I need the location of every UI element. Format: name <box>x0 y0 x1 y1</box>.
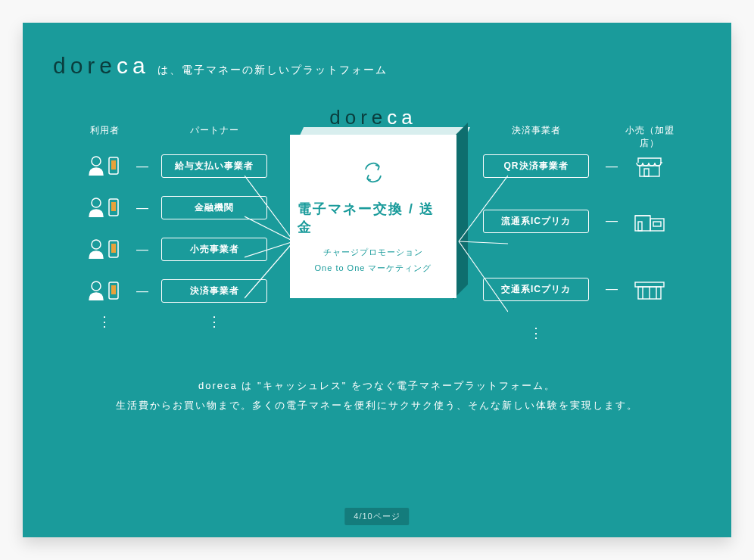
users-column-label: 利用者 <box>90 124 120 136</box>
partner-box: 決済事業者 <box>161 279 267 303</box>
connector-dashes-left: — — — — <box>131 124 154 312</box>
ellipsis-icon: ⋮ <box>529 328 543 338</box>
logo-text-dore: dore <box>329 106 387 129</box>
svg-rect-20 <box>644 169 649 176</box>
user-phone-icon <box>86 151 123 182</box>
footer-line-1: doreca は "キャッシュレス" をつなぐ電子マネープラットフォーム。 <box>53 376 701 396</box>
page-indicator: 4/10ページ <box>344 508 409 525</box>
footer-description: doreca は "キャッシュレス" をつなぐ電子マネープラットフォーム。 生活… <box>53 376 701 415</box>
providers-column-label: 決済事業者 <box>512 124 561 136</box>
user-phone-icon <box>86 235 123 265</box>
column-partners: パートナー 給与支払い事業者 金融機関 小売事業者 決済事業者 ⋮ <box>154 124 275 327</box>
svg-rect-11 <box>111 285 116 294</box>
dash-icon: — <box>136 201 148 215</box>
column-retail: 小売（加盟店） <box>623 124 676 323</box>
center-brand-logo: doreca <box>329 106 417 129</box>
svg-rect-21 <box>635 216 650 231</box>
partner-box: 小売事業者 <box>161 238 267 261</box>
user-phone-icon <box>86 193 123 223</box>
ellipsis-icon: ⋮ <box>207 316 221 327</box>
ellipsis-icon: ⋮ <box>98 316 111 327</box>
logo-text-ca: ca <box>117 53 150 78</box>
header-tagline: は、電子マネーの新しいプラットフォーム <box>157 64 388 77</box>
svg-rect-22 <box>650 219 664 231</box>
partners-column-label: パートナー <box>190 124 239 136</box>
cube-front-face: 電子マネー交換 / 送金 チャージプロモーション One to One マーケテ… <box>290 135 456 298</box>
footer-line-2: 生活費からお買い物まで。多くの電子マネーを便利にサクサク使う、そんな新しい体験を… <box>53 396 701 415</box>
svg-point-6 <box>92 240 101 249</box>
header: doreca は、電子マネーの新しいプラットフォーム <box>53 53 701 79</box>
svg-rect-5 <box>111 202 116 211</box>
diagram: 利用者 <box>53 124 701 338</box>
exchange-arrows-icon <box>360 159 387 189</box>
provider-box: 流通系ICプリカ <box>483 210 589 233</box>
svg-rect-25 <box>653 222 661 226</box>
center-cube: doreca 電子マネー交 <box>282 124 464 298</box>
brand-logo: doreca <box>53 53 150 79</box>
center-subtitle-1: チャージプロモーション <box>323 247 423 258</box>
retail-column-label: 小売（加盟店） <box>623 124 676 136</box>
svg-point-9 <box>92 282 101 291</box>
svg-point-0 <box>92 157 101 166</box>
svg-rect-26 <box>635 282 664 287</box>
slide: doreca は、電子マネーの新しいプラットフォーム 利用者 <box>23 23 731 537</box>
svg-point-3 <box>92 198 101 207</box>
dash-icon: — <box>606 214 618 228</box>
provider-box: QR決済事業者 <box>483 154 589 178</box>
svg-rect-19 <box>640 166 659 176</box>
dash-icon: — <box>606 282 618 296</box>
partner-box: 給与支払い事業者 <box>161 154 267 178</box>
store-icon <box>631 206 668 236</box>
dash-icon: — <box>136 243 148 257</box>
cube: 電子マネー交換 / 送金 チャージプロモーション One to One マーケテ… <box>290 124 456 298</box>
partner-box: 金融機関 <box>161 196 267 219</box>
connector-dashes-right: — — — <box>600 124 623 323</box>
slide-container: doreca は、電子マネーの新しいプラットフォーム 利用者 <box>0 0 754 560</box>
store-icon <box>631 151 668 182</box>
dash-icon: — <box>136 160 148 173</box>
column-users: 利用者 <box>78 124 131 327</box>
svg-rect-2 <box>111 160 116 170</box>
dash-icon: — <box>606 160 618 173</box>
logo-text-ca: ca <box>387 106 416 129</box>
user-phone-icon <box>86 276 123 306</box>
svg-rect-8 <box>111 244 116 253</box>
provider-box: 交通系ICプリカ <box>483 278 589 301</box>
dash-icon: — <box>136 285 148 298</box>
column-providers: 決済事業者 QR決済事業者 流通系ICプリカ 交通系ICプリカ ⋮ <box>472 124 600 338</box>
svg-rect-24 <box>638 222 642 231</box>
logo-text-dore: dore <box>53 53 117 78</box>
center-title: 電子マネー交換 / 送金 <box>298 200 449 236</box>
center-subtitle-2: One to One マーケティング <box>315 263 432 274</box>
store-icon <box>631 274 668 304</box>
